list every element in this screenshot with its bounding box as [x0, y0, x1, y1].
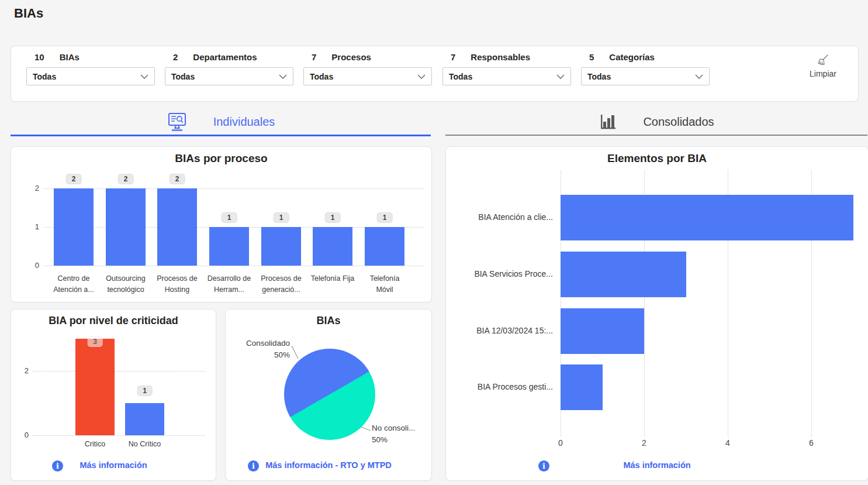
more-info-link[interactable]: Más información [446, 460, 868, 470]
responsables-count: 7 [451, 52, 455, 62]
categorias-filter-label: Categorías [609, 52, 655, 62]
categorias-count: 5 [589, 52, 594, 62]
tab-consolidados[interactable]: Consolidados [445, 109, 867, 136]
tab-individuales[interactable]: Individuales [11, 109, 431, 136]
category-label: Telefonía Fija [310, 273, 355, 284]
bar[interactable] [365, 227, 404, 266]
pie-chart[interactable] [284, 349, 375, 440]
tab-consolidados-label: Consolidados [643, 115, 714, 129]
responsables-filter-dropdown[interactable]: Todas [442, 67, 571, 85]
category-label: Centro de Atención a... [51, 273, 96, 295]
bar[interactable] [561, 252, 686, 297]
data-label-badge: 1 [325, 212, 341, 223]
category-label: Desarrollo de Herram... [206, 273, 252, 295]
y-axis-tick-label: 2 [13, 366, 29, 375]
departamentos-filter-dropdown[interactable]: Todas [165, 67, 293, 85]
page-title: BIAs [14, 6, 43, 21]
bias-filter-label: BIAs [60, 52, 79, 62]
bias-count: 10 [34, 52, 44, 62]
tab-individuales-label: Individuales [213, 115, 275, 129]
data-label-badge: 2 [170, 174, 185, 184]
y-axis-tick-label: 0 [24, 261, 39, 270]
data-label-badge: 1 [377, 212, 393, 223]
x-axis-tick-label: 4 [725, 438, 730, 448]
data-label-badge: 1 [274, 212, 289, 223]
bar-chart-icon [599, 112, 617, 131]
bar[interactable] [54, 188, 94, 266]
chevron-down-icon [279, 74, 287, 79]
bar[interactable] [157, 188, 197, 266]
bar[interactable] [313, 227, 352, 266]
y-axis-tick-label: 0 [13, 431, 29, 439]
data-label-badge: 1 [222, 212, 237, 223]
category-label: BIA Procesos gesti... [454, 382, 553, 391]
chevron-down-icon [556, 74, 565, 79]
x-axis-tick-label: 6 [809, 438, 814, 448]
category-label: BIA Servicios Proce... [454, 269, 553, 278]
chevron-down-icon [140, 74, 148, 79]
category-label: Outsourcing tecnológico [103, 273, 148, 295]
x-axis-tick-label: 0 [558, 438, 563, 448]
category-label: Procesos de generació... [258, 273, 304, 295]
bar[interactable] [561, 308, 644, 354]
procesos-count: 7 [312, 52, 316, 62]
more-info-link[interactable]: Más información - RTO y MTPD [226, 460, 431, 470]
category-label: BIA 12/03/2024 15:... [454, 326, 553, 335]
bar[interactable] [125, 403, 164, 435]
filter-group-categorias: 5 Categorías Todas [581, 52, 710, 85]
filter-bar: 10 BIAs Todas 2 Departamentos Todas 7 Pr… [11, 46, 859, 102]
departamentos-filter-label: Departamentos [193, 52, 257, 62]
pie-label-consolidado: Consolidado 50% [226, 338, 290, 361]
data-label-badge: 2 [66, 174, 82, 184]
chart-title: BIAs por proceso [11, 152, 431, 165]
broom-icon [816, 53, 830, 67]
bar[interactable] [209, 227, 249, 266]
gridline [44, 266, 423, 266]
categorias-filter-dropdown[interactable]: Todas [581, 67, 710, 85]
gridline [32, 435, 205, 436]
chart-card-bias-por-proceso: BIAs por proceso 2102Centro de Atención … [11, 146, 432, 302]
chart-card-bias-pie: BIAs Consolidado 50% No consoli... 50% i… [225, 309, 432, 481]
gridline [44, 188, 423, 189]
clear-filters-button[interactable]: Limpiar [804, 53, 842, 78]
monitor-search-icon [167, 112, 188, 132]
more-info-link[interactable]: Más información [11, 460, 216, 470]
category-label: BIA Atención a clie... [454, 212, 553, 222]
bar[interactable] [106, 188, 146, 266]
bar[interactable] [561, 195, 853, 240]
filter-group-bias: 10 BIAs Todas [26, 52, 155, 85]
chart-title: Elementos por BIA [446, 152, 868, 165]
bar[interactable] [261, 227, 301, 266]
chevron-down-icon [417, 74, 426, 79]
chart-card-bia-criticidad: BIA por nivel de criticidad i Más inform… [11, 309, 216, 481]
filter-group-procesos: 7 Procesos Todas [303, 52, 432, 85]
y-axis-tick-label: 1 [24, 222, 39, 231]
procesos-filter-dropdown[interactable]: Todas [303, 67, 432, 85]
procesos-filter-label: Procesos [331, 52, 371, 62]
pie-label-no-consolidado: No consoli... 50% [372, 422, 430, 446]
x-axis-tick-label: 2 [642, 438, 646, 448]
chevron-down-icon [695, 74, 703, 79]
bar[interactable] [75, 339, 115, 435]
filter-group-responsables: 7 Responsables Todas [442, 52, 571, 85]
gridline [32, 371, 205, 372]
responsables-filter-label: Responsables [471, 52, 530, 62]
departamentos-count: 2 [173, 52, 178, 62]
category-label: No Crítico [119, 439, 171, 450]
data-label-badge: 3 [87, 336, 103, 347]
category-label: Telefonía Móvil [362, 273, 407, 295]
category-label: Critico [69, 439, 122, 450]
chart-title: BIAs [226, 315, 431, 327]
filter-group-departamentos: 2 Departamentos Todas [165, 52, 293, 85]
bias-filter-dropdown[interactable]: Todas [26, 67, 155, 85]
category-label: Procesos de Hosting [154, 273, 200, 295]
data-label-badge: 1 [137, 386, 153, 396]
y-axis-tick-label: 2 [24, 184, 39, 192]
data-label-badge: 2 [118, 174, 134, 184]
bias-dashboard: BIAs 10 BIAs Todas 2 Departamentos Todas [0, 0, 868, 485]
bar[interactable] [561, 364, 603, 410]
chart-title: BIA por nivel de criticidad [11, 315, 216, 327]
chart-card-elementos-por-bia: Elementos por BIA i Más información 0246… [445, 146, 868, 481]
